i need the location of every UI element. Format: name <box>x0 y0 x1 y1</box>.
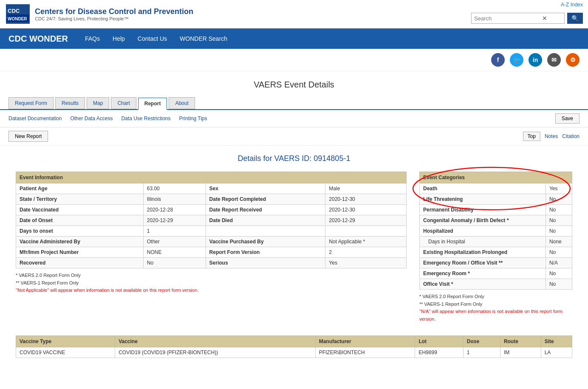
office-visit-value: No <box>546 279 572 290</box>
date-report-received-value: 2020-12-30 <box>325 205 407 215</box>
search-icon: 🔍 <box>571 15 579 22</box>
tab-map[interactable]: Map <box>87 97 109 109</box>
report-actions: Top Notes Citation <box>523 132 580 141</box>
tab-results[interactable]: Results <box>55 97 85 109</box>
rss-icon[interactable]: ⚙ <box>566 53 580 67</box>
death-value: Yes <box>546 183 572 194</box>
hosp-prolonged-label: Existing Hospitalization Prolonged <box>420 247 546 258</box>
linkedin-icon[interactable]: in <box>529 53 542 67</box>
dose-header: Dose <box>463 336 500 347</box>
top-header: CDC WONDER Centers for Disease Control a… <box>0 0 588 28</box>
search-clear-button[interactable]: ✕ <box>542 15 547 22</box>
logo-text: Centers for Disease Control and Preventi… <box>35 7 193 21</box>
table-row: Office Visit * No <box>420 279 572 290</box>
tab-report[interactable]: Report <box>138 98 167 110</box>
printing-tips-link[interactable]: Printing Tips <box>179 116 207 121</box>
hosp-prolonged-value: No <box>546 247 572 258</box>
office-visit-label: Office Visit * <box>420 279 546 290</box>
perm-disability-label: Permanent Disability <box>420 205 546 215</box>
table-row: State / Territory Illinois Date Report C… <box>16 194 407 205</box>
facebook-icon[interactable]: f <box>491 53 505 67</box>
vaccine-purchased-value: Not Applicable * <box>325 237 407 247</box>
svg-text:CDC: CDC <box>8 8 20 14</box>
date-report-received-label: Date Report Received <box>206 205 325 215</box>
nav-wonder-search[interactable]: WONDER Search <box>180 29 227 48</box>
state-label: State / Territory <box>16 194 144 205</box>
hospitalized-label: Hospitalized <box>420 226 546 237</box>
sub-nav: Dataset Documentation Other Data Access … <box>0 110 588 127</box>
sub-nav-links: Dataset Documentation Other Data Access … <box>8 116 207 121</box>
date-onset-value: 2020-12-29 <box>143 215 206 226</box>
search-wrapper: ✕ <box>471 13 565 24</box>
vaccine-section: Vaccine Type Vaccine Manufacturer Lot Do… <box>16 335 572 358</box>
footnote-3: "Not Applicable" will appear when inform… <box>16 287 407 294</box>
table-row: Patient Age 63.00 Sex Male <box>16 183 407 194</box>
email-icon[interactable]: ✉ <box>547 53 561 67</box>
date-died-label: Date Died <box>206 215 325 226</box>
nav-contact[interactable]: Contact Us <box>138 29 167 48</box>
life-threatening-label: Life Threatening <box>420 194 546 205</box>
table-row: Days in Hospital None <box>420 237 572 247</box>
serious-value: Yes <box>325 258 407 268</box>
lot-value: EH9899 <box>415 347 463 358</box>
dataset-documentation-link[interactable]: Dataset Documentation <box>8 116 62 121</box>
days-in-hospital-label: Days in Hospital <box>420 237 546 247</box>
table-row: Hospitalized No <box>420 226 572 237</box>
date-onset-label: Date of Onset <box>16 215 144 226</box>
mfr-value: NONE <box>143 247 206 258</box>
svg-text:WONDER: WONDER <box>8 17 27 21</box>
tab-bar: Request Form Results Map Chart Report Ab… <box>0 94 588 110</box>
tagline: CDC 24/7: Saving Lives, Protecting Peopl… <box>35 16 193 21</box>
vaccine-admin-label: Vaccine Administered By <box>16 237 144 247</box>
citation-link[interactable]: Citation <box>562 133 580 139</box>
notes-link[interactable]: Notes <box>545 133 558 139</box>
tab-chart[interactable]: Chart <box>111 97 136 109</box>
tab-about[interactable]: About <box>169 97 195 109</box>
tab-request-form[interactable]: Request Form <box>8 97 54 109</box>
logo-area: CDC WONDER Centers for Disease Control a… <box>5 3 193 25</box>
vaccine-table: Vaccine Type Vaccine Manufacturer Lot Do… <box>16 335 572 358</box>
vaccine-purchased-label: Vaccine Purchased By <box>206 237 325 247</box>
details-heading: Details for VAERS ID: 0914805-1 <box>16 154 572 163</box>
table-row: Date of Onset 2020-12-29 Date Died 2020-… <box>16 215 407 226</box>
event-info-section: Event Information Patient Age 63.00 Sex … <box>16 172 407 294</box>
event-info-header: Event Information <box>16 172 407 183</box>
date-died-value: 2020-12-29 <box>325 215 407 226</box>
emergency-room-value: No <box>546 268 572 279</box>
event-categories-table: Event Categories Death Yes Life Threaten… <box>419 172 572 290</box>
days-to-onset-value: 1 <box>143 226 206 237</box>
report-form-version-label: Report Form Version <box>206 247 325 258</box>
patient-age-value: 63.00 <box>143 183 206 194</box>
twitter-icon[interactable]: 🐦 <box>510 53 523 67</box>
top-button[interactable]: Top <box>523 132 540 141</box>
event-categories-section: Event Categories Death Yes Life Threaten… <box>419 172 572 323</box>
sex-label: Sex <box>206 183 325 194</box>
new-report-button[interactable]: New Report <box>8 131 48 142</box>
search-go-button[interactable]: 🔍 <box>567 13 583 24</box>
nav-links: FAQs Help Contact Us WONDER Search <box>85 29 227 48</box>
search-input[interactable] <box>474 15 542 22</box>
nav-bar: CDC WONDER FAQs Help Contact Us WONDER S… <box>0 28 588 49</box>
vaccine-header: Vaccine <box>115 336 316 347</box>
date-vaccinated-label: Date Vaccinated <box>16 205 144 215</box>
search-area: ✕ 🔍 <box>471 13 583 24</box>
serious-label: Serious <box>206 258 325 268</box>
data-use-restrictions-link[interactable]: Data Use Restrictions <box>121 116 170 121</box>
er-office-value: N/A <box>546 258 572 268</box>
mfr-label: Mfr/Imm Project Number <box>16 247 144 258</box>
nav-faqs[interactable]: FAQs <box>85 29 100 48</box>
table-row: Mfr/Imm Project Number NONE Report Form … <box>16 247 407 258</box>
nav-help[interactable]: Help <box>113 29 125 48</box>
page-title: VAERS Event Details <box>0 80 588 90</box>
days-to-onset-label: Days to onset <box>16 226 144 237</box>
other-data-access-link[interactable]: Other Data Access <box>70 116 113 121</box>
recovered-value: No <box>143 258 206 268</box>
org-name: Centers for Disease Control and Preventi… <box>35 7 193 16</box>
cat-footnote-2: ** VAERS-1 Report Form Only <box>419 301 572 308</box>
congenital-value: No <box>546 215 572 226</box>
save-button[interactable]: Save <box>555 113 580 124</box>
death-label: Death <box>420 183 546 194</box>
route-value: IM <box>500 347 541 358</box>
route-header: Route <box>500 336 541 347</box>
az-index-link[interactable]: A-Z Index <box>561 2 583 8</box>
